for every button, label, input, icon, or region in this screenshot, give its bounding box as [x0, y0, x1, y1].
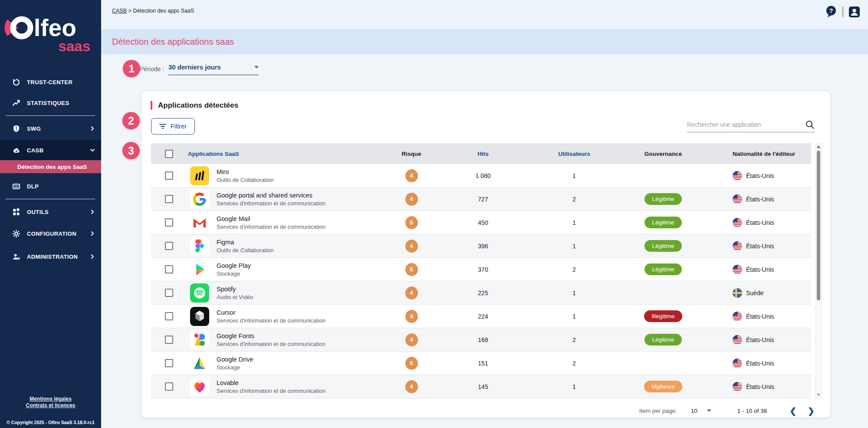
legal-notice-link[interactable]: Mentions légales — [0, 396, 101, 402]
period-label: Période : — [140, 66, 164, 72]
contracts-licenses-link[interactable]: Contrats et licences — [0, 402, 101, 409]
sidebar-item-outils[interactable]: OUTILS — [0, 202, 101, 222]
users-value: 1 — [535, 290, 613, 296]
country-flag-icon — [733, 382, 742, 392]
table-row[interactable]: Google Fonts Services d'information et d… — [151, 328, 811, 352]
column-header-utilisateurs[interactable]: Utilisateurs — [558, 151, 590, 157]
sidebar-item-statistiques[interactable]: STATISTIQUES — [0, 93, 101, 113]
breadcrumb-casb-link[interactable]: CASB — [112, 8, 127, 14]
period-select[interactable]: 30 derniers jours — [168, 63, 259, 75]
users-value: 2 — [535, 266, 613, 273]
row-checkbox[interactable] — [165, 336, 173, 344]
row-checkbox[interactable] — [165, 359, 173, 367]
breadcrumb-current: Détection des apps SaaS — [133, 8, 194, 14]
app-name: Spotify — [217, 286, 253, 293]
hits-value: 151 — [431, 360, 535, 367]
pagination: Item per page: 10 1 - 10 of 38 ❮ ❯ — [141, 402, 815, 419]
sidebar-item-trust-center[interactable]: TRUST-CENTER — [0, 72, 101, 92]
select-all-checkbox[interactable] — [165, 150, 173, 158]
country-flag-icon — [733, 241, 742, 251]
table-scrollbar[interactable] — [815, 143, 822, 398]
row-checkbox[interactable] — [165, 265, 173, 273]
row-checkbox[interactable] — [165, 382, 173, 391]
app-category: Outils de Collaboration — [217, 177, 274, 183]
app-category: Services d'information et de communicati… — [217, 317, 326, 324]
governance-badge: Légitime — [644, 193, 681, 205]
sidebar-item-casb[interactable]: CASB — [0, 140, 101, 160]
column-header-hits[interactable]: Hits — [477, 151, 489, 157]
country-flag-icon — [733, 218, 742, 227]
filter-button[interactable]: Filtrer — [151, 118, 195, 135]
scrollbar-up-arrow[interactable] — [816, 144, 821, 150]
chevron-right-icon — [90, 231, 95, 236]
period-value: 30 derniers jours — [168, 63, 221, 71]
sidebar-item-label: ADMINISTRATION — [27, 254, 78, 260]
table-row[interactable]: Cursor Services d'information et de comm… — [151, 305, 811, 328]
country-name: États-Unis — [746, 383, 774, 390]
app-name: Google Mail — [217, 215, 326, 222]
page-title-band: Détection des applications saas — [101, 29, 868, 54]
column-header-risque[interactable]: Risque — [401, 151, 421, 157]
account-icon[interactable] — [848, 6, 860, 18]
table-row[interactable]: Spotify Audio et Vidéo 4 225 1 Suède — [151, 281, 811, 305]
column-header-nationalite[interactable]: Nationalité de l'éditeur — [713, 151, 811, 157]
hits-value: 396 — [431, 243, 535, 250]
risk-badge: 4 — [405, 380, 418, 393]
row-checkbox[interactable] — [165, 171, 173, 180]
items-per-page-select[interactable]: 10 — [691, 408, 711, 414]
table-row[interactable]: Google Play Stockage 5 370 2 Légitime Ét… — [151, 258, 811, 281]
risk-badge: 5 — [405, 216, 418, 229]
row-checkbox[interactable] — [165, 242, 173, 250]
app-name: Google Play — [217, 262, 251, 269]
row-checkbox[interactable] — [165, 195, 173, 203]
column-header-applications[interactable]: Applications SaaS — [187, 151, 392, 157]
governance-badge: Vigilance — [644, 381, 683, 392]
previous-page-button[interactable]: ❮ — [789, 407, 796, 415]
row-checkbox[interactable] — [165, 312, 173, 320]
sidebar-item-administration[interactable]: ADMINISTRATION — [0, 247, 101, 267]
sidebar-item-label: CASB — [27, 147, 43, 154]
sidebar-subitem-label: Détection des apps SaaS — [17, 164, 87, 170]
app-category: Services d'information et de communicati… — [217, 388, 326, 394]
search-field — [687, 120, 815, 132]
help-icon[interactable]: ? — [825, 5, 837, 18]
sidebar-item-detection-apps-saas[interactable]: Détection des apps SaaS — [0, 160, 101, 173]
column-header-gouvernance[interactable]: Gouvernance — [644, 151, 682, 157]
app-icon — [190, 283, 209, 303]
sidebar-item-swg[interactable]: SWG — [0, 119, 101, 138]
country-flag-icon — [733, 288, 742, 298]
table-row[interactable]: Google Drive Stockage 5 151 2 États-Unis — [151, 352, 811, 375]
table-row[interactable]: Miro Outils de Collaboration 4 1 080 1 É… — [151, 164, 811, 188]
users-value: 1 — [535, 313, 613, 320]
row-checkbox[interactable] — [165, 289, 173, 297]
governance-badge: Légitime — [644, 263, 681, 275]
scrollbar-thumb[interactable] — [817, 151, 820, 300]
country-name: États-Unis — [746, 336, 774, 343]
scrollbar-down-arrow[interactable] — [816, 392, 821, 398]
app-icon — [190, 330, 209, 349]
app-category: Services d'information et de communicati… — [217, 224, 326, 230]
row-checkbox[interactable] — [165, 218, 173, 227]
table-row[interactable]: Google Mail Services d'information et de… — [151, 211, 811, 234]
svg-text:lfeo: lfeo — [34, 14, 76, 41]
table-row[interactable]: Lovable Services d'information et de com… — [151, 375, 811, 398]
sidebar-item-dlp[interactable]: DLP — [0, 176, 101, 196]
search-input[interactable] — [687, 121, 805, 128]
hits-value: 727 — [431, 196, 535, 203]
breadcrumb-separator: > — [128, 8, 132, 14]
sidebar-divider — [6, 199, 95, 199]
table-row[interactable]: Google portal and shared services Servic… — [151, 188, 811, 211]
app-name: Google Drive — [217, 356, 253, 363]
app-category: Audio et Vidéo — [217, 294, 253, 300]
country-name: États-Unis — [746, 266, 774, 273]
app-icon — [190, 213, 209, 232]
table-row[interactable]: Figma Outils de Collaboration 4 396 1 Lé… — [151, 234, 811, 258]
risk-badge: 4 — [405, 193, 418, 206]
topbar-divider — [842, 7, 843, 17]
sidebar-item-configuration[interactable]: CONFIGURATION — [0, 224, 101, 244]
search-icon[interactable] — [805, 120, 815, 129]
next-page-button[interactable]: ❯ — [808, 407, 815, 415]
sidebar-divider — [6, 115, 95, 116]
admin-user-gear-icon — [12, 253, 20, 261]
app-icon — [190, 377, 209, 396]
